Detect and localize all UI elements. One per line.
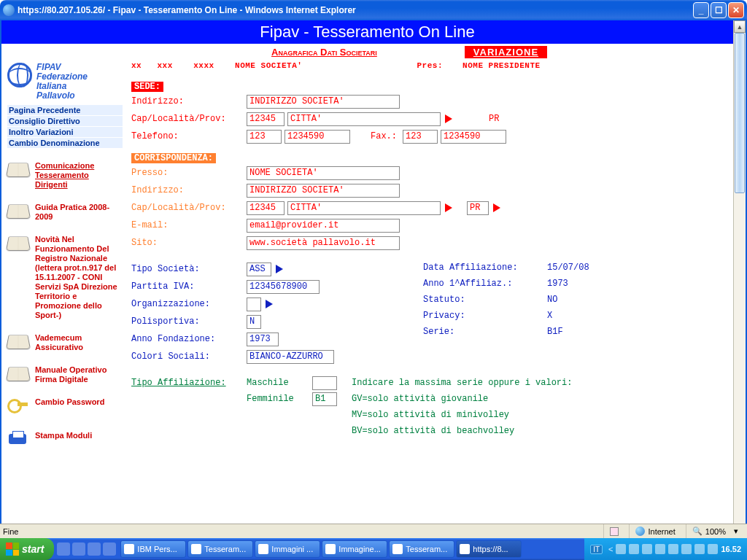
task-button[interactable]: Tesseram...: [187, 540, 253, 558]
close-button[interactable]: ✕: [728, 2, 744, 18]
book-icon: [7, 161, 29, 177]
fax-input[interactable]: [441, 130, 506, 144]
nav-cambio[interactable]: Cambio Denominazione: [7, 138, 123, 148]
book-icon: [7, 333, 29, 349]
lbl-sito: Sito:: [131, 238, 247, 248]
side-stampa[interactable]: Stampa Moduli: [35, 431, 92, 440]
side-manuale[interactable]: Manuale Operativo Firma Digitale: [35, 365, 123, 384]
val-dataaff: 15/07/08: [547, 260, 589, 276]
tray-icon[interactable]: [642, 544, 652, 554]
vertical-scrollbar[interactable]: ▲ ▼: [733, 20, 746, 559]
nav-inoltro[interactable]: Inoltro Variazioni: [7, 127, 123, 137]
status-zoom[interactable]: 🔍100% ▾: [686, 524, 744, 538]
maximize-button[interactable]: ☐: [711, 2, 727, 18]
nav-prev[interactable]: Pagina Precedente: [7, 105, 123, 115]
lbl-anno: Anno Fondazione:: [131, 334, 247, 344]
lang-indicator[interactable]: IT: [590, 545, 603, 554]
task-button[interactable]: Immagine...: [322, 540, 387, 558]
task-button-active[interactable]: https://8...: [456, 540, 522, 558]
ql-icon[interactable]: [57, 542, 70, 556]
email-input[interactable]: [247, 219, 400, 233]
book-icon: [7, 203, 29, 219]
lookup-tipo-button[interactable]: [276, 265, 283, 273]
tray-icon[interactable]: [668, 544, 678, 554]
lbl-email: E-mail:: [131, 220, 247, 230]
aff-femminile-input[interactable]: [312, 392, 337, 406]
taskbar: start IBM Pers... Tesseram... Immagini .…: [0, 538, 747, 560]
lbl-poli: Polisportiva:: [131, 316, 247, 327]
lookup-corr-citta-button[interactable]: [445, 203, 452, 212]
sede-cap-input[interactable]: [247, 112, 285, 126]
ql-icon[interactable]: [103, 542, 116, 556]
minimize-button[interactable]: _: [693, 2, 709, 18]
tel-input[interactable]: [285, 130, 350, 144]
aff-femminile-lbl: Femminile: [247, 394, 312, 404]
ie-statusbar: Fine Internet 🔍100% ▾: [0, 524, 747, 538]
ql-icon[interactable]: [72, 542, 85, 556]
logo-line: Pallavolo: [36, 91, 88, 101]
section-corr: CORRISPONDENZA:: [131, 153, 216, 163]
tel-pre-input[interactable]: [247, 130, 282, 144]
start-button[interactable]: start: [0, 538, 54, 560]
val-statuto: NO: [547, 292, 589, 308]
org-input[interactable]: [247, 298, 261, 311]
quick-launch: [54, 538, 119, 560]
anno-input[interactable]: [247, 332, 279, 346]
sede-prov: PR: [489, 114, 499, 124]
scroll-thumb[interactable]: [735, 33, 745, 193]
tipo-input[interactable]: [247, 262, 271, 276]
sede-citta-input[interactable]: [287, 112, 441, 126]
globe-icon: [635, 526, 645, 536]
task-button[interactable]: IBM Pers...: [120, 540, 186, 558]
page-title: Anagrafica Dati Societari: [271, 47, 377, 58]
lbl-piva: Partita IVA:: [131, 281, 247, 292]
corr-cap-input[interactable]: [247, 201, 285, 215]
system-tray: IT < 16.52: [584, 538, 747, 560]
lbl-indirizzo: Indirizzo:: [131, 96, 247, 106]
sede-indirizzo-input[interactable]: [247, 95, 400, 109]
corr-prov-input[interactable]: [467, 201, 489, 215]
aff-note2: GV=solo attività giovanile: [352, 394, 488, 404]
lbl-anno1: Anno 1^Affiliaz.:: [423, 276, 547, 292]
status-text: Fine: [3, 527, 18, 536]
lookup-citta-button[interactable]: [445, 114, 452, 123]
corr-presso-input[interactable]: [247, 166, 400, 180]
lookup-corr-prov-button[interactable]: [493, 203, 500, 212]
tray-icon[interactable]: [681, 544, 692, 554]
tray-icon[interactable]: [616, 544, 626, 554]
colori-input[interactable]: [247, 350, 334, 364]
piva-input[interactable]: [247, 280, 320, 294]
tray-icon[interactable]: [629, 544, 639, 554]
corr-indirizzo-input[interactable]: [247, 184, 400, 198]
task-button[interactable]: Immagini ...: [255, 540, 320, 558]
status-zone: [603, 524, 624, 538]
sito-input[interactable]: [247, 236, 400, 250]
fax-pre-input[interactable]: [403, 130, 438, 144]
windows-logo-icon: [6, 542, 19, 556]
task-button[interactable]: Tesseram...: [389, 540, 454, 558]
poli-input[interactable]: [247, 315, 261, 329]
ql-icon[interactable]: [88, 542, 101, 556]
status-internet: Internet: [629, 524, 681, 538]
tray-icon[interactable]: [708, 544, 718, 554]
tray-icon[interactable]: [655, 544, 665, 554]
clock[interactable]: 16.52: [721, 545, 741, 553]
side-comunicazione[interactable]: Comunicazione Tesseramento Dirigenti: [35, 161, 123, 190]
lbl-colori: Colori Sociali:: [131, 351, 247, 362]
side-vademecum[interactable]: Vademecum Assicurativo: [35, 333, 123, 352]
volleyball-icon: [7, 63, 32, 88]
lookup-org-button[interactable]: [266, 300, 273, 308]
scroll-up-button[interactable]: ▲: [734, 20, 746, 33]
tray-icon[interactable]: [694, 544, 705, 554]
nav-consiglio[interactable]: Consiglio Direttivo: [7, 116, 123, 126]
aff-maschile-input[interactable]: [312, 376, 337, 390]
corr-citta-input[interactable]: [287, 201, 441, 215]
lbl-telefono: Telefono:: [131, 131, 247, 141]
side-password[interactable]: Cambio Password: [35, 397, 104, 407]
book-icon: [7, 365, 29, 381]
ie-icon: [3, 4, 15, 16]
lbl-fax: Fax.:: [371, 131, 397, 141]
side-novita[interactable]: Novità Nel Funzionamento Del Registro Na…: [35, 235, 123, 320]
lbl-corr-cap: Cap/Località/Prov:: [131, 203, 247, 213]
side-guida[interactable]: Guida Pratica 2008-2009: [35, 203, 123, 222]
